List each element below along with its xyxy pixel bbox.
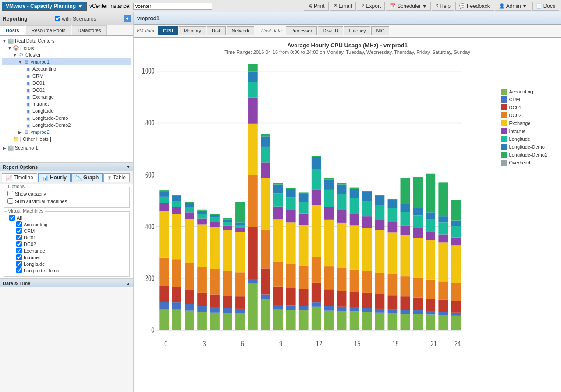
sum-vms-checkbox[interactable] <box>7 198 13 204</box>
bar-segment <box>375 294 385 309</box>
bar-segment <box>299 194 309 202</box>
bar-segment <box>248 175 258 227</box>
bar-segment <box>362 308 372 312</box>
tree-vmprod2[interactable]: ▶ 🖥 vmprod2 <box>2 128 131 135</box>
vm-header: vmprod1 <box>134 12 561 25</box>
bar-segment <box>286 188 296 189</box>
show-capacity-checkbox[interactable] <box>7 191 13 196</box>
bar-segment <box>337 307 347 311</box>
bar-segment <box>451 245 461 283</box>
tree-intranet[interactable]: ▣ Intranet <box>2 100 131 107</box>
tab-memory[interactable]: Memory <box>179 26 206 35</box>
date-time-collapse[interactable]: ▲ <box>126 281 131 286</box>
tree-exchange[interactable]: ▣ Exchange <box>2 93 131 100</box>
timeline-button[interactable]: 📈 Timeline <box>2 173 37 182</box>
scheduler-button[interactable]: 📅 Scheduler ▼ <box>386 2 431 11</box>
vm-accounting-checkbox[interactable] <box>16 221 22 227</box>
vm-exchange-checkbox[interactable] <box>16 248 22 253</box>
tree-other-hosts[interactable]: 📁 [ Other Hosts ] <box>2 135 131 143</box>
bar-segment <box>324 179 334 190</box>
bar-segment <box>324 190 334 207</box>
export-button[interactable]: ↗ Export <box>357 2 385 11</box>
legend-longitude: Longitude <box>501 136 547 142</box>
bar-segment <box>324 266 334 289</box>
dc-icon: 🏢 <box>7 38 14 44</box>
bar-segment <box>235 202 245 222</box>
bar-segment <box>172 201 181 207</box>
date-time-header[interactable]: Date & Time ▲ <box>0 279 133 287</box>
feedback-button[interactable]: 💬 Feedback <box>455 2 494 11</box>
help-button[interactable]: ? Help <box>432 2 454 11</box>
vm-all-checkbox[interactable] <box>9 215 15 221</box>
tab-resource-pools[interactable]: Resource Pools <box>26 25 71 35</box>
bar-segment <box>451 313 461 316</box>
app-title[interactable]: VMware - Capacity Planning ▼ <box>2 2 87 11</box>
bar-segment <box>401 310 410 314</box>
tab-disk-id[interactable]: Disk ID <box>318 26 343 35</box>
legend-accounting: Accounting <box>501 89 547 95</box>
vm-longitude-demo-label: Longitude-Demo <box>24 268 59 273</box>
toggle-cluster[interactable]: ▼ <box>12 53 18 57</box>
toggle-heroix[interactable]: ▼ <box>7 46 12 50</box>
table-button[interactable]: ⊞ Table <box>103 173 130 182</box>
vm-tabs-bar: VM data: CPU Memory Disk Network Host da… <box>134 25 561 38</box>
tab-cpu[interactable]: CPU <box>158 26 178 35</box>
table-icon: ⊞ <box>107 175 112 181</box>
vm-dc01-label: DC01 <box>24 235 36 240</box>
tree-crm[interactable]: ▣ CRM <box>2 72 131 79</box>
toggle-scenario1[interactable]: ▶ <box>2 146 7 150</box>
tab-datastores[interactable]: Datastores <box>72 25 107 35</box>
email-button[interactable]: ✉ Email <box>330 2 356 11</box>
tree-cluster[interactable]: ▼ ⚙ Cluster <box>2 51 131 58</box>
tree-accounting[interactable]: ▣ Accounting <box>2 65 131 72</box>
add-button[interactable]: + <box>124 15 131 22</box>
toggle-root[interactable]: ▼ <box>2 39 7 43</box>
report-options-collapse[interactable]: ▼ <box>126 164 131 170</box>
with-scenarios-checkbox[interactable] <box>55 16 60 21</box>
tree-vmprod1[interactable]: ▼ 🖥 vmprod1 <box>2 58 131 65</box>
graph-button[interactable]: 📉 Graph <box>71 173 103 182</box>
tab-nic[interactable]: NIC <box>371 26 389 35</box>
bar-segment <box>451 301 461 313</box>
admin-button[interactable]: 👤 Admin ▼ <box>495 2 531 11</box>
tab-network[interactable]: Network <box>227 26 254 35</box>
vm-longitude-demo-checkbox[interactable] <box>16 267 22 273</box>
vm-dc01-checkbox[interactable] <box>16 235 22 240</box>
tree-longitude-demo2[interactable]: ▣ Longitude-Demo2 <box>2 121 131 128</box>
bar-segment <box>235 222 245 225</box>
print-button[interactable]: 🖨 Print <box>304 2 329 11</box>
tab-disk[interactable]: Disk <box>207 26 226 35</box>
legend-label-overhead: Overhead <box>509 160 530 165</box>
tree-scenario1[interactable]: ▶ 🏢 Scenario 1 <box>2 144 131 151</box>
bar-segment <box>388 208 398 222</box>
tree-dc01[interactable]: ▣ DC01 <box>2 79 131 86</box>
tab-hosts[interactable]: Hosts <box>0 25 25 35</box>
bar-segment <box>273 262 283 287</box>
tree-longitude[interactable]: ▣ Longitude <box>2 107 131 114</box>
vm-longitude-checkbox[interactable] <box>16 261 22 267</box>
vcenter-input[interactable] <box>133 3 212 10</box>
bar-segment <box>388 232 398 274</box>
tab-latency[interactable]: Latency <box>344 26 371 35</box>
tree-root[interactable]: ▼ 🏢 Real Data Centers <box>2 37 131 44</box>
vm-accounting-label: Accounting <box>24 222 47 227</box>
bar-segment <box>261 178 270 230</box>
bar-segment <box>261 162 270 178</box>
bar-segment <box>426 311 435 315</box>
vm-intranet-checkbox[interactable] <box>16 254 22 260</box>
report-options-header[interactable]: Report Options ▼ <box>0 163 133 171</box>
bar-segment <box>210 313 220 330</box>
hourly-button[interactable]: 📊 Hourly <box>38 173 71 182</box>
bar-segment <box>375 196 385 205</box>
tree-longitude-demo[interactable]: ▣ Longitude-Demo <box>2 114 131 121</box>
toggle-vmprod1[interactable]: ▼ <box>18 60 23 64</box>
toggle-vmprod2[interactable]: ▶ <box>18 130 23 135</box>
vm-crm-checkbox[interactable] <box>16 228 22 234</box>
docs-button[interactable]: 📄 Docs <box>532 2 559 11</box>
vm-dc02-checkbox[interactable] <box>16 241 22 247</box>
tree-heroix[interactable]: ▼ 🏠 Heroix <box>2 44 131 51</box>
tab-processor[interactable]: Processor <box>286 26 317 35</box>
tree-dc02[interactable]: ▣ DC02 <box>2 86 131 93</box>
bar-segment <box>312 157 321 169</box>
bar-segment <box>388 309 398 313</box>
